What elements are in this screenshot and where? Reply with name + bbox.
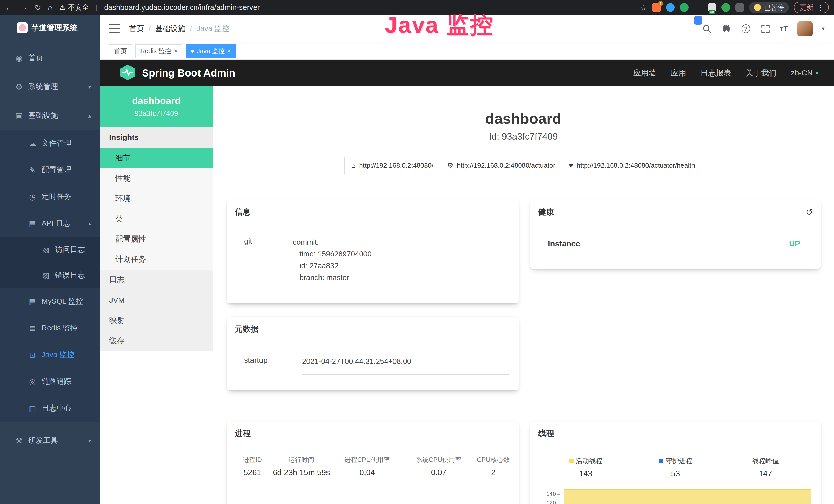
history-icon[interactable]: ↺ bbox=[806, 207, 813, 217]
legend-label: 守护进程 bbox=[666, 457, 693, 465]
sba-item-jvm[interactable]: JVM bbox=[100, 290, 213, 310]
address-bar[interactable]: dashboard.yudao.iocoder.cn/infra/admin-s… bbox=[104, 3, 260, 12]
git-time-line: time: 1596289704000 bbox=[293, 248, 509, 260]
sba-instance-header[interactable]: dashboard 93a3fc7f7409 bbox=[100, 86, 213, 127]
sba-item-environment[interactable]: 环境 bbox=[100, 188, 213, 209]
sidebar-item-config-management[interactable]: ✎ 配置管理 bbox=[0, 157, 100, 183]
browser-actions: ☆ 1 on 已暂停 更新 ⋮ bbox=[640, 0, 829, 25]
sidebar-item-java-monitor[interactable]: ⊡ Java 监控 bbox=[0, 342, 100, 368]
sidebar-item-system-management[interactable]: ⚙ 系统管理 ▾ bbox=[0, 72, 100, 101]
link-url: http://192.168.0.2:48080/actuator bbox=[457, 161, 555, 169]
instance-label: Instance bbox=[548, 239, 580, 249]
github-icon[interactable] bbox=[721, 24, 731, 34]
sba-nav-applications[interactable]: 应用 bbox=[671, 68, 686, 78]
update-button[interactable]: 更新 ⋮ bbox=[794, 2, 829, 13]
bookmark-star-icon[interactable]: ☆ bbox=[640, 4, 647, 12]
threads-card: 线程 活动线程 143 守护进程 53 bbox=[530, 421, 821, 504]
health-url-link[interactable]: ♥ http://192.168.0.2:48080/actuator/heal… bbox=[562, 157, 702, 174]
sidebar-item-label: 系统管理 bbox=[28, 82, 58, 92]
extension-switch-icon[interactable]: on bbox=[708, 3, 716, 12]
process-headers: 进程ID 运行时间 进程CPU使用率 系统CPU使用率 CPU核心数 bbox=[233, 446, 513, 464]
sidebar-item-redis-monitor[interactable]: ≣ Redis 监控 bbox=[0, 315, 100, 342]
sba-main-content: dashboard Id: 93a3fc7f7409 ⌂ http://192.… bbox=[213, 86, 834, 504]
forward-icon[interactable]: → bbox=[20, 4, 28, 12]
hamburger-icon[interactable] bbox=[109, 24, 120, 33]
extension-puzzle-icon[interactable] bbox=[736, 3, 744, 12]
threads-legend: 活动线程 143 守护进程 53 线程峰值 bbox=[530, 446, 821, 480]
sba-item-performance[interactable]: 性能 bbox=[100, 168, 213, 188]
back-icon[interactable]: ← bbox=[5, 4, 13, 12]
security-indicator[interactable]: ⚠ 不安全 bbox=[59, 3, 89, 12]
service-url-link[interactable]: ⌂ http://192.168.0.2:48080/ bbox=[345, 157, 440, 174]
sidebar-item-trace[interactable]: ◎ 链路追踪 bbox=[0, 368, 100, 395]
sidebar-item-mysql-monitor[interactable]: ▦ MySQL 监控 bbox=[0, 288, 100, 315]
actuator-url-link[interactable]: ⚙ http://192.168.0.2:48080/actuator bbox=[440, 157, 562, 174]
tag-home[interactable]: 首页 bbox=[109, 44, 132, 58]
sba-logo-icon bbox=[119, 64, 136, 82]
close-icon[interactable]: × bbox=[174, 48, 178, 54]
home-icon[interactable]: ⌂ bbox=[48, 4, 53, 12]
sidebar-item-access-logs[interactable]: ▧ 访问日志 bbox=[0, 237, 100, 262]
breadcrumb: 首页 / 基础设施 / Java 监控 bbox=[129, 24, 229, 34]
search-icon[interactable] bbox=[702, 24, 712, 34]
tag-redis-monitor[interactable]: Redis 监控 × bbox=[135, 44, 182, 58]
sidebar-item-label: 错误日志 bbox=[55, 270, 85, 280]
sidebar-item-scheduled-tasks[interactable]: ◷ 定时任务 bbox=[0, 183, 100, 210]
chevron-down-icon[interactable]: ▾ bbox=[822, 25, 825, 32]
sba-item-mappings[interactable]: 映射 bbox=[100, 310, 213, 330]
page-title: dashboard bbox=[227, 110, 820, 127]
admin-menu: ◉ 首页 ⚙ 系统管理 ▾ ▣ 基础设施 ▴ ☁ 文件管理 ✎ 配置管理 bbox=[0, 41, 100, 455]
info-value: commit: time: 1596289704000 id: 27aa832 … bbox=[293, 236, 509, 290]
sba-nav-wallboard[interactable]: 应用墙 bbox=[633, 68, 656, 78]
sidebar-item-label: 定时任务 bbox=[42, 191, 71, 202]
sidebar-item-label: 链路追踪 bbox=[42, 376, 71, 387]
sba-item-classes[interactable]: 类 bbox=[100, 209, 213, 229]
font-size-icon[interactable]: тT bbox=[780, 25, 788, 33]
app-logo-row[interactable]: 芋道管理系统 bbox=[0, 15, 100, 41]
tag-java-monitor[interactable]: Java 监控 × bbox=[186, 44, 236, 58]
fullscreen-icon[interactable] bbox=[760, 24, 771, 34]
sba-item-details[interactable]: 细节 bbox=[100, 148, 213, 168]
sba-nav-about[interactable]: 关于我们 bbox=[746, 68, 776, 78]
extension-fox-icon[interactable]: 1 bbox=[652, 3, 661, 12]
sidebar-item-api-logs[interactable]: ▤ API 日志 ▴ bbox=[0, 210, 100, 237]
reload-icon[interactable]: ↻ bbox=[35, 4, 41, 12]
sba-item-config-props[interactable]: 配置属性 bbox=[100, 229, 213, 249]
layers-icon: ≣ bbox=[28, 324, 37, 333]
sba-nav: 应用墙 应用 日志报表 关于我们 zh-CN ▾ bbox=[633, 68, 818, 78]
locale-selector[interactable]: zh-CN ▾ bbox=[791, 69, 818, 77]
help-icon[interactable]: ? bbox=[741, 24, 751, 34]
sidebar-item-dev-tools[interactable]: ⚒ 研发工具 ▾ bbox=[0, 426, 100, 455]
gear-icon: ⚙ bbox=[14, 83, 24, 91]
sba-item-caches[interactable]: 缓存 bbox=[100, 330, 213, 351]
sba-brand-title[interactable]: Spring Boot Admin bbox=[142, 67, 235, 79]
sba-item-scheduled-tasks[interactable]: 计划任务 bbox=[100, 249, 213, 270]
paused-label: 已暂停 bbox=[764, 3, 784, 12]
extension-leaf-icon[interactable] bbox=[722, 3, 730, 12]
breadcrumb-infrastructure[interactable]: 基础设施 bbox=[155, 24, 185, 34]
sba-nav-journal[interactable]: 日志报表 bbox=[700, 68, 731, 78]
value-pid: 5261 bbox=[233, 468, 272, 477]
admin-sidebar: 芋道管理系统 ◉ 首页 ⚙ 系统管理 ▾ ▣ 基础设施 ▴ ☁ 文件管理 ✎ bbox=[0, 15, 100, 504]
extension-badge: 1 bbox=[658, 1, 663, 6]
info-key: git bbox=[244, 236, 293, 290]
chevron-down-icon: ▾ bbox=[815, 69, 818, 77]
kebab-menu-icon[interactable]: ⋮ bbox=[817, 3, 824, 12]
tag-label: Redis 监控 bbox=[140, 47, 171, 55]
sba-item-logs[interactable]: 日志 bbox=[100, 270, 213, 290]
app-logo-icon bbox=[17, 22, 28, 33]
sidebar-item-infrastructure[interactable]: ▣ 基础设施 ▴ bbox=[0, 101, 100, 130]
sidebar-item-log-center[interactable]: ▥ 日志中心 bbox=[0, 395, 100, 421]
paused-pill[interactable]: 已暂停 bbox=[749, 2, 789, 13]
extension-grid-icon[interactable] bbox=[694, 16, 702, 25]
col-header-system-cpu: 系统CPU使用率 bbox=[404, 456, 474, 464]
extension-drop-icon[interactable] bbox=[666, 3, 675, 12]
sidebar-item-file-management[interactable]: ☁ 文件管理 bbox=[0, 130, 100, 157]
sidebar-item-home[interactable]: ◉ 首页 bbox=[0, 44, 100, 72]
close-icon[interactable]: × bbox=[227, 48, 231, 54]
sidebar-item-error-logs[interactable]: ▨ 错误日志 bbox=[0, 262, 100, 288]
breadcrumb-home[interactable]: 首页 bbox=[129, 24, 144, 34]
extension-green-icon[interactable] bbox=[680, 3, 688, 12]
edit-icon: ✎ bbox=[28, 166, 37, 175]
cards-grid: 信息 git commit: time: 1596289704000 id: 2… bbox=[227, 200, 820, 504]
